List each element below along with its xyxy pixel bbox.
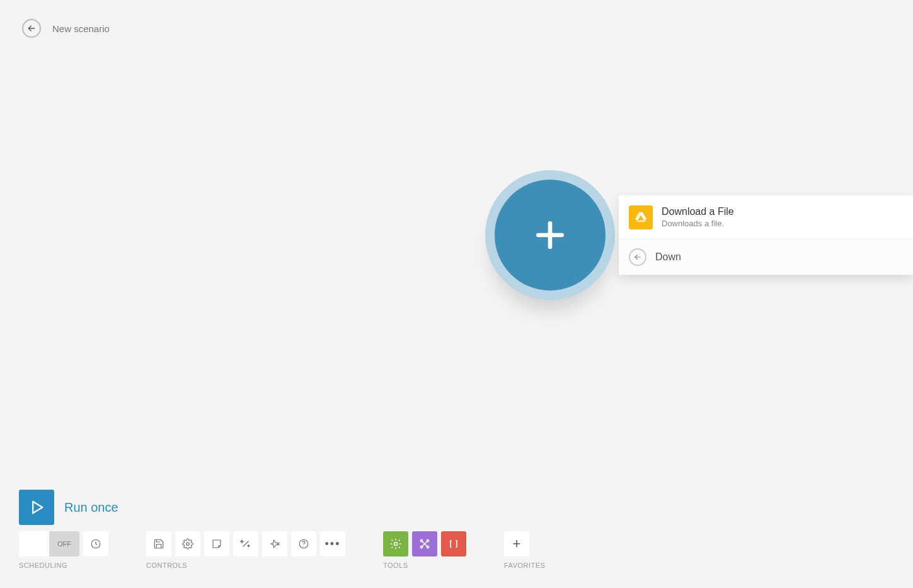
add-module-halo: [485, 170, 615, 300]
tools-label: TOOLS: [383, 562, 466, 569]
controls-group: ••• CONTROLS: [146, 531, 345, 569]
plus-icon: +: [513, 537, 521, 551]
dropdown-item-texts: Download a File Downloads a file.: [662, 206, 734, 228]
play-icon: [28, 499, 45, 516]
module-search-dropdown: Download a File Downloads a file. Down: [619, 195, 913, 275]
clock-icon: [90, 538, 101, 550]
favorites-label: FAVORITES: [504, 562, 545, 569]
save-icon: [153, 538, 164, 550]
note-icon: [211, 538, 222, 550]
back-button[interactable]: [22, 19, 41, 38]
save-button[interactable]: [146, 531, 171, 556]
google-drive-icon: [629, 205, 653, 229]
header: New scenario: [22, 19, 110, 38]
magic-wand-icon: [240, 538, 251, 550]
svg-point-9: [187, 543, 190, 546]
explain-flow-button[interactable]: [262, 531, 287, 556]
dropdown-search-row[interactable]: Down: [619, 239, 913, 275]
gear-fill-icon: [389, 538, 402, 550]
arrow-left-icon: [633, 253, 642, 262]
settings-button[interactable]: [175, 531, 200, 556]
more-button[interactable]: •••: [320, 531, 345, 556]
drive-glyph-icon: [634, 210, 648, 224]
page-title: New scenario: [52, 23, 110, 34]
toolbar-groups: OFF SCHEDULING: [19, 531, 894, 569]
controls-label: CONTROLS: [146, 562, 345, 569]
dropdown-item-title: Download a File: [662, 206, 734, 217]
add-module-button[interactable]: [495, 180, 606, 291]
flow-control-tool-button[interactable]: [383, 531, 408, 556]
scheduling-toggle[interactable]: OFF: [19, 531, 79, 556]
airplane-icon: [269, 538, 280, 550]
question-icon: [298, 538, 309, 550]
run-row: Run once: [19, 490, 894, 525]
dropdown-item-download-file[interactable]: Download a File Downloads a file.: [619, 195, 913, 239]
add-module-node: [485, 170, 615, 300]
dropdown-search-text: Down: [655, 251, 681, 263]
schedule-settings-button[interactable]: [83, 531, 108, 556]
help-button[interactable]: [291, 531, 316, 556]
scheduling-label: SCHEDULING: [19, 562, 108, 569]
svg-point-11: [303, 546, 304, 546]
gear-icon: [182, 538, 193, 550]
notes-button[interactable]: [204, 531, 229, 556]
ellipsis-icon: •••: [325, 538, 341, 550]
add-favorite-button[interactable]: +: [504, 531, 529, 556]
bottom-toolbar: Run once OFF SCHEDULING: [19, 490, 894, 569]
plus-icon: [530, 215, 570, 255]
dropdown-back-button[interactable]: [629, 248, 646, 266]
run-once-button[interactable]: [19, 490, 54, 525]
brackets-icon: [447, 538, 460, 550]
tools-tool-button[interactable]: [412, 531, 437, 556]
arrow-left-icon: [26, 23, 37, 33]
svg-marker-7: [33, 502, 42, 514]
scheduling-toggle-state: OFF: [49, 531, 79, 556]
tools-group: TOOLS: [383, 531, 466, 569]
favorites-group: + FAVORITES: [504, 531, 545, 569]
run-once-label: Run once: [64, 500, 118, 515]
dropdown-item-subtitle: Downloads a file.: [662, 219, 734, 228]
scheduling-group: OFF SCHEDULING: [19, 531, 108, 569]
wrench-cross-icon: [418, 538, 431, 550]
auto-align-button[interactable]: [233, 531, 258, 556]
svg-point-12: [394, 543, 398, 546]
text-parser-tool-button[interactable]: [441, 531, 466, 556]
